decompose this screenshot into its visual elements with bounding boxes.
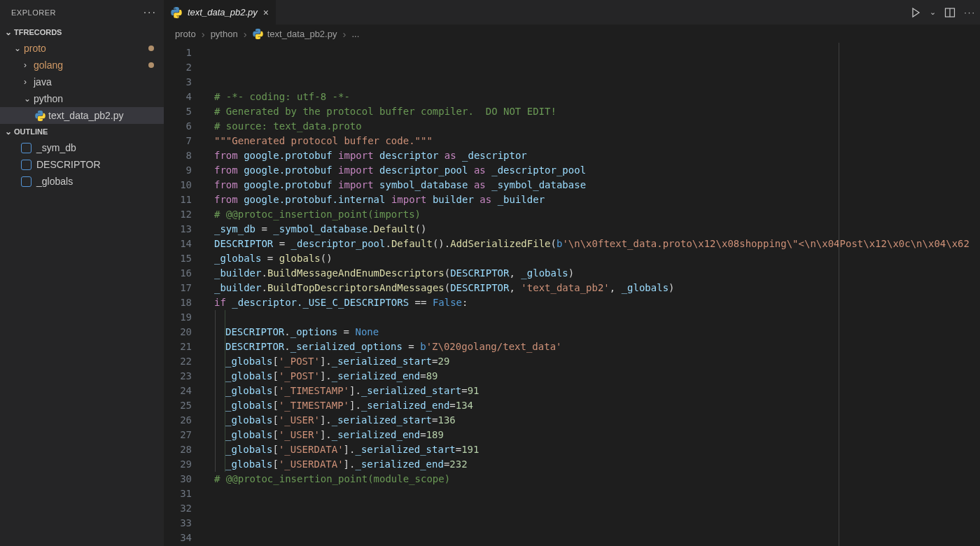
breadcrumb-seg[interactable]: python: [211, 29, 238, 39]
section-outline[interactable]: ⌄ OUTLINE: [0, 124, 164, 139]
folder-item[interactable]: ⌄proto: [0, 40, 164, 57]
chevron-right-icon: ›: [340, 28, 349, 40]
section-outline-label: OUTLINE: [14, 127, 48, 136]
tree-item-label: java: [34, 76, 164, 88]
python-file-icon: [34, 111, 46, 121]
chevron-right-icon: ›: [241, 28, 250, 40]
line-number-gutter: 1234567891011121314151617181920212223242…: [164, 43, 203, 546]
tab-text-data-pb2[interactable]: text_data_pb2.py ×: [164, 0, 276, 24]
dirty-indicator-icon: [148, 46, 154, 51]
tree-item-label: python: [34, 93, 164, 104]
folder-item[interactable]: ›golang: [0, 57, 164, 74]
breadcrumb[interactable]: proto › python › text_data_pb2.py › ...: [164, 24, 980, 43]
variable-symbol-icon: [21, 176, 31, 187]
python-file-icon: [253, 29, 263, 39]
split-editor-icon[interactable]: [944, 7, 955, 18]
outline-item[interactable]: DESCRIPTOR: [0, 156, 164, 173]
variable-symbol-icon: [21, 143, 31, 153]
chevron-right-icon: ›: [199, 28, 208, 40]
file-item[interactable]: text_data_pb2.py: [0, 107, 164, 124]
variable-symbol-icon: [21, 160, 31, 170]
outline-item[interactable]: _globals: [0, 173, 164, 190]
outline-item-label: _sym_db: [36, 142, 76, 153]
editor-ruler: [839, 43, 839, 546]
code-content[interactable]: # -*- coding: utf-8 -*-# Generated by th…: [203, 43, 980, 546]
outline-item[interactable]: _sym_db: [0, 139, 164, 156]
chevron-down-icon: ⌄: [3, 127, 14, 136]
tab-bar: text_data_pb2.py × ⌄ ···: [164, 0, 980, 24]
chevron-right-icon: ›: [24, 60, 34, 70]
tree-item-label: golang: [34, 59, 164, 71]
explorer-header: EXPLORER ···: [0, 0, 164, 24]
section-tfrecords-label: TFRECORDS: [14, 28, 62, 36]
breadcrumb-seg[interactable]: text_data_pb2.py: [267, 29, 337, 39]
run-icon[interactable]: [910, 7, 921, 18]
explorer-title: EXPLORER: [11, 8, 56, 17]
explorer-more-icon[interactable]: ···: [144, 6, 157, 19]
code-editor[interactable]: 1234567891011121314151617181920212223242…: [164, 43, 980, 546]
tree-item-label: text_data_pb2.py: [48, 110, 164, 121]
outline-item-label: DESCRIPTOR: [36, 159, 101, 170]
chevron-down-icon: ⌄: [3, 27, 14, 37]
chevron-down-icon[interactable]: ⌄: [930, 8, 936, 17]
dirty-indicator-icon: [148, 62, 154, 68]
tabbar-actions: ⌄ ···: [910, 0, 976, 24]
python-file-icon: [171, 7, 182, 18]
section-tfrecords[interactable]: ⌄ TFRECORDS: [0, 24, 164, 40]
outline-item-label: _globals: [36, 176, 73, 187]
close-icon[interactable]: ×: [263, 7, 269, 18]
explorer-sidebar: EXPLORER ··· ⌄ TFRECORDS ⌄proto›golang›j…: [0, 0, 164, 546]
breadcrumb-seg[interactable]: proto: [175, 29, 196, 39]
editor-area: text_data_pb2.py × ⌄ ··· proto › python …: [164, 0, 980, 546]
breadcrumb-seg[interactable]: ...: [351, 29, 359, 39]
tree-item-label: proto: [24, 43, 164, 54]
chevron-right-icon: ›: [24, 77, 34, 87]
folder-item[interactable]: ⌄python: [0, 90, 164, 107]
folder-item[interactable]: ›java: [0, 74, 164, 90]
tab-label: text_data_pb2.py: [188, 7, 258, 18]
more-icon[interactable]: ···: [964, 7, 976, 18]
chevron-down-icon: ⌄: [14, 43, 24, 53]
chevron-down-icon: ⌄: [24, 94, 34, 104]
